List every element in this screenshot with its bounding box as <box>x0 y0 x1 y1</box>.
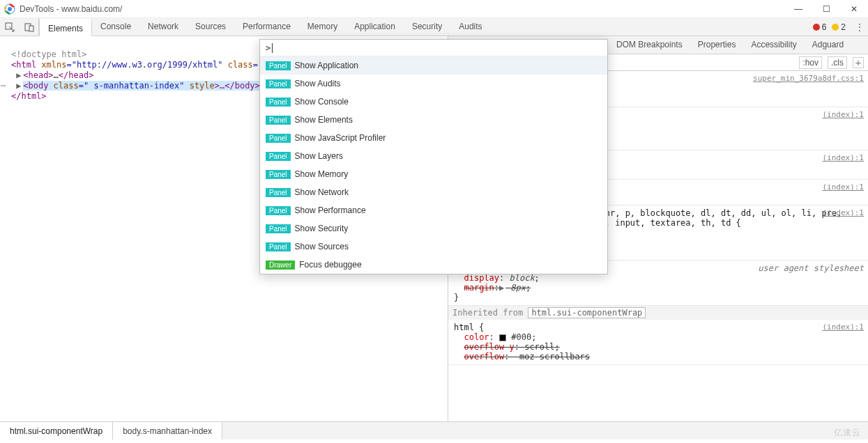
rule-selector[interactable]: html { <box>454 322 484 332</box>
svg-point-1 <box>8 7 12 11</box>
window-title: DevTools - www.baidu.com/ <box>20 4 122 14</box>
tab-audits[interactable]: Audits <box>450 18 490 36</box>
tab-dom-breakpoints[interactable]: DOM Breakpoints <box>609 36 690 54</box>
breadcrumb: html.sui-componentWrap body.s-manhattan-… <box>0 421 868 440</box>
tab-accessibility[interactable]: Accessibility <box>743 36 804 54</box>
palette-row[interactable]: PanelShow Application <box>260 56 607 75</box>
inherited-link[interactable]: html.sui-componentWrap <box>528 307 646 318</box>
palette-row[interactable]: PanelShow Layers <box>260 147 607 165</box>
tab-memory[interactable]: Memory <box>299 18 346 36</box>
palette-row[interactable]: DrawerFocus debuggee <box>260 256 607 274</box>
hov-toggle[interactable]: :hov <box>799 56 822 69</box>
more-icon[interactable]: ⋮ <box>851 18 868 36</box>
title-bar: DevTools - www.baidu.com/ — ☐ ✕ <box>0 0 868 18</box>
selected-line-gutter: ⋯ <box>1 81 5 91</box>
palette-row[interactable]: PanelShow Console <box>260 93 607 111</box>
palette-row[interactable]: PanelShow Elements <box>260 111 607 129</box>
palette-row[interactable]: PanelShow Memory <box>260 165 607 183</box>
tab-application[interactable]: Application <box>346 18 404 36</box>
device-toolbar-icon[interactable] <box>20 18 39 36</box>
tab-elements[interactable]: Elements <box>39 19 92 36</box>
palette-row[interactable]: PanelShow Audits <box>260 75 607 93</box>
source-link[interactable]: (index):1 <box>822 110 864 119</box>
breadcrumb-item[interactable]: html.sui-componentWrap <box>0 422 113 440</box>
expand-icon[interactable]: ▶ <box>16 70 22 81</box>
close-button[interactable]: ✕ <box>840 0 868 18</box>
tab-sources[interactable]: Sources <box>187 18 234 36</box>
palette-row[interactable]: PanelShow Security <box>260 219 607 238</box>
tab-adguard[interactable]: Adguard <box>805 36 851 54</box>
breadcrumb-item[interactable]: body.s-manhattan-index <box>113 422 222 440</box>
svg-rect-4 <box>29 26 33 31</box>
warning-count[interactable]: 2 <box>832 22 846 32</box>
source-link[interactable]: (index):1 <box>822 322 864 332</box>
error-count[interactable]: 6 <box>813 22 827 32</box>
expand-icon[interactable]: ▶ <box>16 81 22 91</box>
palette-row[interactable]: PanelShow Performance <box>260 201 607 219</box>
selected-dom-node[interactable]: <body class=" s-manhattan-index" style>…… <box>23 81 260 91</box>
source-link[interactable]: (index):1 <box>822 182 864 192</box>
new-style-rule-button[interactable]: + <box>853 57 864 68</box>
minimize-button[interactable]: — <box>784 0 812 18</box>
source-link[interactable]: (index):1 <box>822 153 864 162</box>
tab-security[interactable]: Security <box>404 18 450 36</box>
tab-performance[interactable]: Performance <box>234 18 299 36</box>
main-tab-bar: Elements Console Network Sources Perform… <box>0 18 868 36</box>
tab-properties[interactable]: Properties <box>690 36 744 54</box>
palette-row[interactable]: PanelShow JavaScript Profiler <box>260 129 607 147</box>
inherited-from: Inherited from html.sui-componentWrap <box>448 306 868 320</box>
cls-toggle[interactable]: .cls <box>828 56 847 69</box>
command-palette: > PanelShow Application PanelShow Audits… <box>259 39 608 274</box>
color-swatch[interactable] <box>499 334 506 341</box>
maximize-button[interactable]: ☐ <box>812 0 840 18</box>
tab-network[interactable]: Network <box>139 18 187 36</box>
palette-row[interactable]: PanelShow Network <box>260 183 607 201</box>
source-link[interactable]: super_min_3679a8df.css:1 <box>753 74 864 83</box>
user-agent-label: user agent stylesheet <box>758 263 864 273</box>
inspect-element-icon[interactable] <box>0 18 20 36</box>
source-link[interactable]: (index):1 <box>822 208 864 217</box>
palette-row[interactable]: PanelShow Sources <box>260 238 607 256</box>
tab-console[interactable]: Console <box>92 18 139 36</box>
command-input[interactable]: > <box>260 40 607 56</box>
chrome-icon <box>4 3 15 15</box>
dom-doctype: <!doctype html> <box>11 49 86 59</box>
dom-close-html: </html> <box>11 91 47 101</box>
